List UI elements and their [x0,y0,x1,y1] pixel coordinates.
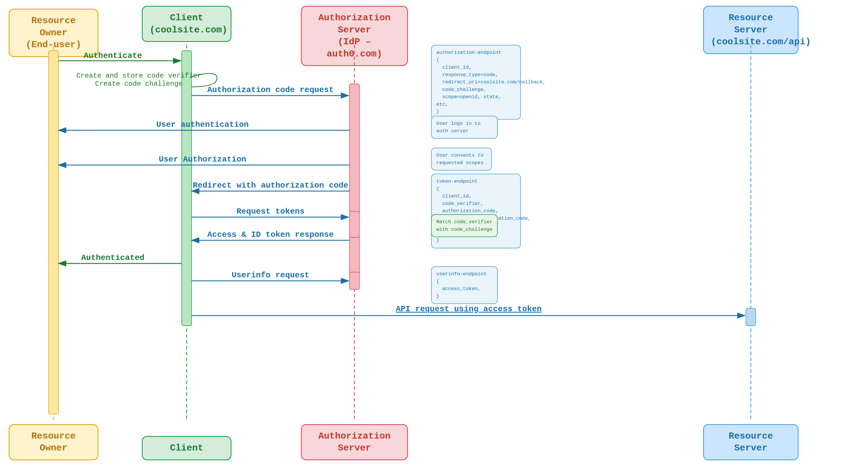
svg-text:Request tokens: Request tokens [237,207,304,216]
svg-text:Access & ID token response: Access & ID token response [208,230,334,239]
svg-text:Authorization code request: Authorization code request [208,85,334,94]
svg-rect-13 [746,308,756,326]
svg-rect-10 [349,211,359,237]
svg-rect-11 [349,272,359,290]
svg-text:API request using access token: API request using access token [396,304,541,314]
svg-rect-5 [49,51,58,414]
svg-rect-9 [349,84,359,287]
svg-text:Userinfo request: Userinfo request [232,271,310,280]
svg-text:Create code challenge: Create code challenge [95,80,183,88]
svg-text:User Authorization: User Authorization [159,155,246,164]
sequence-diagram-svg: Authenticate Create and store code verif… [0,0,868,469]
svg-text:Authenticate: Authenticate [84,51,142,60]
svg-text:Authenticated: Authenticated [81,253,144,262]
svg-rect-7 [182,51,191,326]
svg-text:User authentication: User authentication [156,120,249,129]
diagram-container: Resource Owner(End-user) Client(coolsite… [0,0,868,469]
svg-text:Create and store code verifier: Create and store code verifier [76,72,202,80]
svg-text:Redirect with authorization co: Redirect with authorization code [193,181,348,190]
